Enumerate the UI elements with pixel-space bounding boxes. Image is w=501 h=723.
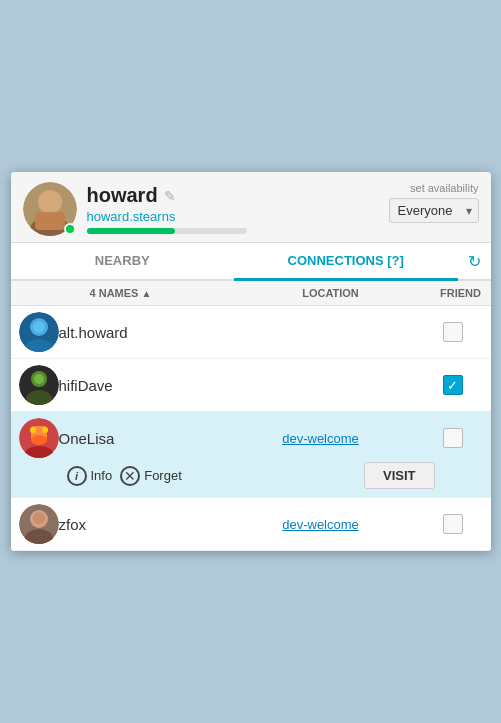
svg-point-21 [33, 512, 45, 524]
col-location-header: LOCATION [231, 287, 431, 299]
forget-button[interactable]: ✕ Forget [120, 466, 182, 486]
forget-label: Forget [144, 468, 182, 483]
availability-section: set availability Everyone [389, 182, 479, 223]
tab-nearby[interactable]: NEARBY [11, 243, 235, 281]
availability-label: set availability [410, 182, 478, 194]
svg-rect-3 [35, 212, 65, 230]
location-zfox[interactable]: dev-welcome [219, 517, 423, 532]
username-onelisa: OneLisa [59, 430, 219, 447]
visit-button[interactable]: VISIT [364, 462, 435, 489]
forget-icon: ✕ [120, 466, 140, 486]
friend-checkbox-onelisa[interactable] [423, 428, 483, 448]
user-row-alt-howard[interactable]: alt.howard [11, 306, 491, 359]
tab-bar: NEARBY CONNECTIONS [?] ↻ [11, 243, 491, 281]
friend-checkbox-zfox[interactable] [423, 514, 483, 534]
sort-arrow-icon[interactable]: ▲ [142, 288, 152, 299]
user-avatar-wrapper [23, 182, 77, 236]
user-row-onelisa[interactable]: OneLisa dev-welcome i Info ✕ Forget VISI… [11, 412, 491, 498]
username-zfox: zfox [59, 516, 219, 533]
header: howard ✎ howard.stearns set availability… [11, 172, 491, 243]
svg-point-15 [42, 427, 48, 433]
avatar-hifidave [19, 365, 59, 405]
avatar-zfox [19, 504, 59, 544]
location-onelisa[interactable]: dev-welcome [219, 431, 423, 446]
info-label: Info [91, 468, 113, 483]
connections-badge: [?] [387, 253, 404, 268]
col-name-header: 4 NAMES ▲ [11, 287, 231, 299]
checkbox-onelisa[interactable] [443, 428, 463, 448]
user-row-hifidave[interactable]: hifiDave ✓ [11, 359, 491, 412]
progress-bar-background [87, 228, 247, 234]
checkbox-hifidave[interactable]: ✓ [443, 375, 463, 395]
avatar-onelisa [19, 418, 59, 458]
svg-point-1 [38, 190, 62, 214]
progress-bar-fill [87, 228, 175, 234]
checkbox-alt-howard[interactable] [443, 322, 463, 342]
username-hifidave: hifiDave [59, 377, 219, 394]
svg-point-7 [33, 321, 45, 333]
edit-icon[interactable]: ✎ [164, 188, 176, 204]
table-header: 4 NAMES ▲ LOCATION FRIEND [11, 281, 491, 306]
checkbox-zfox[interactable] [443, 514, 463, 534]
row-actions-onelisa: i Info ✕ Forget VISIT [19, 458, 483, 491]
svg-point-11 [34, 374, 44, 384]
row-main-alt-howard: alt.howard [19, 312, 483, 352]
online-indicator [64, 223, 76, 235]
tab-connections[interactable]: CONNECTIONS [?] [234, 243, 458, 281]
username: howard [87, 184, 158, 207]
availability-dropdown[interactable]: Everyone [389, 198, 479, 223]
avatar-alt-howard [19, 312, 59, 352]
info-icon: i [67, 466, 87, 486]
main-panel: howard ✎ howard.stearns set availability… [11, 172, 491, 551]
row-main-zfox: zfox dev-welcome [19, 504, 483, 544]
info-button[interactable]: i Info [67, 466, 113, 486]
row-main-onelisa: OneLisa dev-welcome [19, 418, 483, 458]
friend-checkbox-hifidave[interactable]: ✓ [423, 375, 483, 395]
col-friend-header: FRIEND [431, 287, 491, 299]
svg-point-14 [30, 427, 36, 433]
username-alt-howard: alt.howard [59, 324, 219, 341]
user-row-zfox[interactable]: zfox dev-welcome [11, 498, 491, 551]
svg-point-16 [31, 435, 47, 445]
refresh-button[interactable]: ↻ [458, 243, 491, 279]
row-main-hifidave: hifiDave ✓ [19, 365, 483, 405]
friend-checkbox-alt-howard[interactable] [423, 322, 483, 342]
